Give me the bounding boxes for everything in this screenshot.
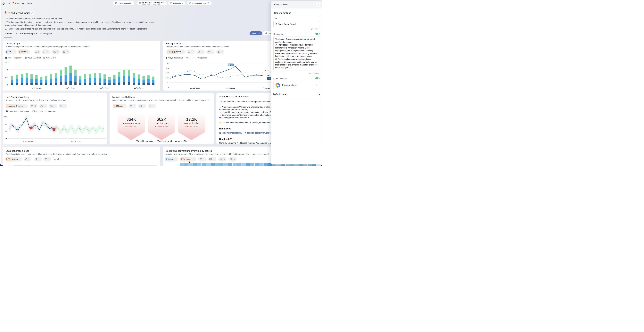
svg-text:5K: 5K [167,82,169,84]
svg-text:21,750: 21,750 [228,64,233,66]
svg-text:30K: 30K [5,62,8,63]
svg-text:9,21: 9,21 [268,78,271,80]
svg-text:15K: 15K [166,72,169,74]
svg-text:08/09/2025: 08/09/2025 [261,87,270,89]
svg-text:01/09/2025: 01/09/2025 [66,87,76,89]
svg-text:01/09/2025: 01/09/2025 [226,87,235,89]
svg-text:↓: ↓ [54,129,54,130]
svg-text:08/09/2025: 08/09/2025 [100,87,110,89]
svg-text:20K: 20K [166,67,169,69]
svg-text:10K: 10K [5,77,8,78]
svg-text:25K: 25K [166,63,169,64]
svg-text:01/10/2025: 01/10/2025 [71,141,80,143]
svg-text:4K: 4K [5,138,7,139]
svg-text:10K: 10K [166,77,169,79]
svg-text:0: 0 [7,84,8,86]
svg-text:10K: 10K [4,116,7,118]
svg-text:20K: 20K [5,69,8,71]
svg-text:25/08/2025: 25/08/2025 [32,87,41,89]
svg-text:01/09/2025: 01/09/2025 [23,141,33,143]
svg-text:8K: 8K [5,123,7,125]
svg-text:0: 0 [168,87,169,88]
svg-text:↓: ↓ [31,127,32,129]
svg-text:15/09/2025: 15/09/2025 [134,87,144,89]
svg-text:6K: 6K [5,131,7,132]
svg-text:25/08/2025: 25/08/2025 [190,87,200,89]
svg-text:100 %: 100 % [6,165,11,166]
